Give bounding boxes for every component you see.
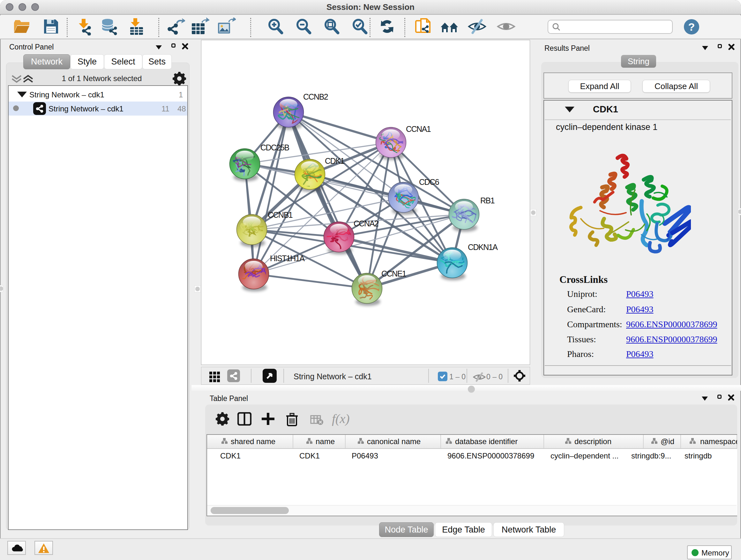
svg-text:CDC6: CDC6 <box>419 178 439 186</box>
svg-text:RB1: RB1 <box>480 196 495 205</box>
svg-text:CDKN1A: CDKN1A <box>468 243 498 252</box>
svg-text:CCNA1: CCNA1 <box>406 125 431 133</box>
svg-text:HIST1H1A: HIST1H1A <box>270 254 305 263</box>
svg-text:CCNA2: CCNA2 <box>354 219 379 228</box>
svg-text:CDK1: CDK1 <box>325 157 344 165</box>
svg-text:CCNB1: CCNB1 <box>268 210 293 219</box>
svg-text:CDC25B: CDC25B <box>260 143 289 152</box>
svg-text:CCNB2: CCNB2 <box>303 92 328 101</box>
svg-text:CCNE1: CCNE1 <box>381 269 406 278</box>
